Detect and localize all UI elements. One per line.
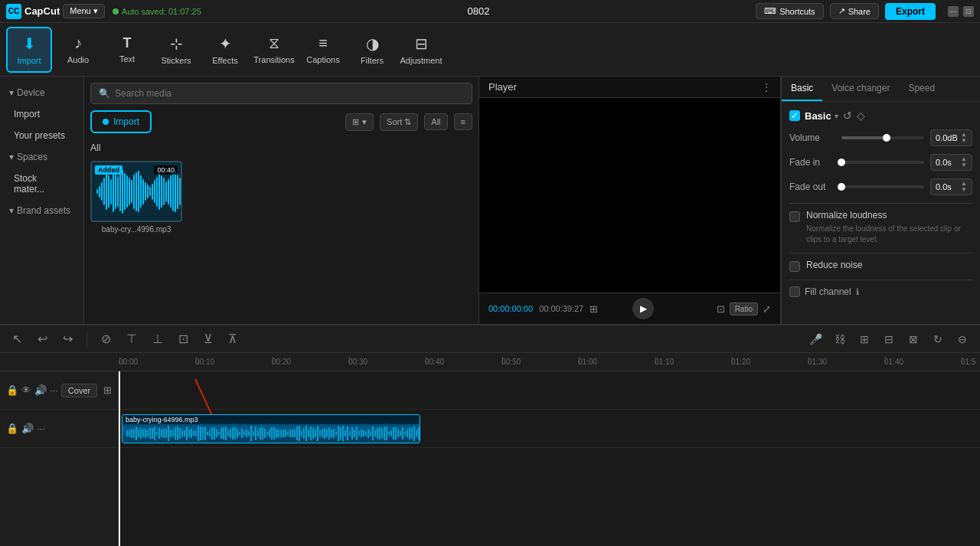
maximize-button[interactable]: ⊡ — [963, 6, 974, 17]
fade-out-value: 0.0s ▲ ▼ — [930, 178, 972, 195]
tab-voice-changer[interactable]: Voice changer — [822, 77, 899, 101]
tool-transitions[interactable]: ⧖ Transitions — [251, 27, 297, 73]
search-input[interactable] — [115, 88, 464, 99]
grid-view-icon[interactable]: ⊞ — [590, 303, 598, 315]
share-button[interactable]: ↗ Share — [830, 3, 879, 19]
menu-button[interactable]: Menu ▾ — [63, 4, 105, 18]
mic-icon[interactable]: 🎤 — [805, 329, 825, 349]
ratio-button[interactable]: Ratio — [730, 302, 758, 316]
mini-wave-bar — [374, 430, 376, 437]
search-bar[interactable]: 🔍 — [90, 83, 472, 104]
chevron-down-icon-basic[interactable]: ▾ — [835, 112, 838, 120]
keyframe-button[interactable]: ⊼ — [224, 330, 242, 348]
waveform-bar — [158, 173, 160, 210]
fullscreen-icon[interactable]: ⤢ — [763, 303, 771, 315]
fill-channel-checkbox[interactable] — [789, 286, 800, 297]
sidebar-item-stock-material[interactable]: Stock mater... — [5, 168, 79, 199]
lock-icon[interactable]: 🔒 — [6, 384, 18, 396]
split-audio-icon[interactable]: ⊟ — [879, 329, 899, 349]
import-button[interactable]: Import — [90, 110, 152, 133]
mini-wave-bar — [363, 430, 364, 436]
fade-in-decrement[interactable]: ▼ — [961, 162, 967, 168]
export-button[interactable]: Export — [885, 3, 936, 20]
trim-left-button[interactable]: ⊤ — [122, 330, 142, 348]
diamond-icon[interactable]: ◇ — [857, 110, 865, 122]
separator-tl — [87, 332, 87, 347]
split-button[interactable]: ⊘ — [96, 330, 116, 348]
sidebar-item-your-presets[interactable]: Your presets — [5, 126, 79, 145]
audio-track-header: 🔒 🔊 ··· — [0, 410, 118, 448]
undo-button[interactable]: ↩ — [33, 330, 52, 348]
view-grid-button[interactable]: ⊞ ▾ — [345, 113, 374, 131]
fullscreen-crop-icon[interactable]: ⊡ — [717, 303, 725, 315]
mini-wave-bar — [168, 426, 169, 440]
mini-wave-bar — [301, 431, 302, 435]
mini-wave-bar — [133, 429, 135, 438]
delete-button[interactable]: ⊡ — [174, 330, 193, 348]
tab-speed[interactable]: Speed — [899, 77, 944, 101]
sidebar-item-device[interactable]: ▾ Device — [0, 83, 83, 103]
tool-audio[interactable]: ♪ Audio — [55, 27, 101, 73]
waveform-bar — [163, 178, 165, 205]
play-button[interactable]: ▶ — [632, 298, 654, 319]
mini-wave-bar — [193, 431, 194, 436]
sidebar-item-import[interactable]: Import — [5, 104, 79, 124]
fade-out-decrement[interactable]: ▼ — [961, 187, 967, 193]
mini-wave-bar — [326, 430, 328, 436]
more-icon[interactable]: ··· — [50, 384, 58, 396]
grid-icon[interactable]: ⊞ — [103, 384, 112, 396]
sort-button[interactable]: Sort ⇅ — [380, 113, 418, 131]
mini-wave-bar — [126, 430, 128, 436]
cover-button[interactable]: Cover — [61, 384, 97, 397]
zoom-out-icon[interactable]: ⊖ — [952, 329, 972, 349]
mini-wave-bar — [328, 427, 330, 439]
audio-clip[interactable]: baby-crying-64996.mp3 — [122, 414, 420, 443]
redo-button[interactable]: ↪ — [58, 330, 77, 348]
audio-more-icon[interactable]: ··· — [37, 423, 45, 434]
sidebar-item-spaces[interactable]: ▾ Spaces — [0, 147, 83, 167]
tool-text[interactable]: T Text — [104, 27, 150, 73]
volume-decrement[interactable]: ▼ — [961, 138, 967, 144]
normalize-label: Normalize loudness — [806, 210, 972, 221]
loop-icon[interactable]: ↻ — [928, 329, 948, 349]
extract-icon[interactable]: ⊠ — [903, 329, 923, 349]
minimize-button[interactable]: — — [948, 6, 959, 17]
tool-captions[interactable]: ≡ Captions — [300, 27, 346, 73]
tool-effects[interactable]: ✦ Effects — [202, 27, 248, 73]
mini-wave-bar — [248, 431, 250, 435]
waveform-bar — [156, 177, 158, 207]
list-item[interactable]: Added 00:40 baby-cry...4996.mp3 — [90, 161, 182, 234]
fade-in-slider[interactable] — [841, 161, 924, 164]
shortcuts-button[interactable]: ⌨ Shortcuts — [756, 3, 823, 19]
volume-slider[interactable] — [841, 136, 924, 139]
mini-wave-bar — [411, 428, 413, 440]
tool-stickers[interactable]: ⊹ Stickers — [153, 27, 199, 73]
normalize-checkbox[interactable] — [789, 211, 800, 222]
reduce-noise-checkbox[interactable] — [789, 261, 800, 272]
speed-ramp-button[interactable]: ⊻ — [199, 330, 217, 348]
tool-import[interactable]: ⬇ Import — [6, 27, 52, 73]
tool-adjustment[interactable]: ⊟ Adjustment — [398, 27, 444, 73]
link-icon[interactable]: ⛓ — [830, 329, 850, 349]
player-menu-icon[interactable]: ⋮ — [762, 82, 771, 93]
visibility-icon[interactable]: 👁 — [21, 384, 31, 396]
basic-checkbox[interactable]: ✓ — [789, 110, 800, 121]
fade-in-label: Fade in — [789, 157, 835, 168]
fade-out-slider[interactable] — [841, 185, 924, 188]
filter-button[interactable]: ≡ — [454, 113, 472, 130]
undo-icon[interactable]: ↺ — [843, 110, 852, 122]
magnet-icon[interactable]: ⊞ — [854, 329, 874, 349]
all-filter-button[interactable]: All — [424, 113, 447, 130]
tool-filters[interactable]: ◑ Filters — [349, 27, 395, 73]
sidebar-item-brand-assets[interactable]: ▾ Brand assets — [0, 201, 83, 221]
info-icon[interactable]: ℹ — [856, 287, 859, 297]
mini-wave-bar — [184, 430, 185, 436]
audio-lock-icon[interactable]: 🔒 — [6, 423, 18, 434]
volume-icon[interactable]: 🔊 — [34, 384, 47, 396]
status-dot — [113, 8, 119, 15]
trim-right-button[interactable]: ⊥ — [148, 330, 168, 348]
mini-wave-bar — [322, 430, 323, 436]
tab-basic[interactable]: Basic — [782, 77, 822, 101]
audio-volume-icon[interactable]: 🔊 — [21, 423, 34, 434]
select-tool-button[interactable]: ↖ — [8, 330, 27, 348]
